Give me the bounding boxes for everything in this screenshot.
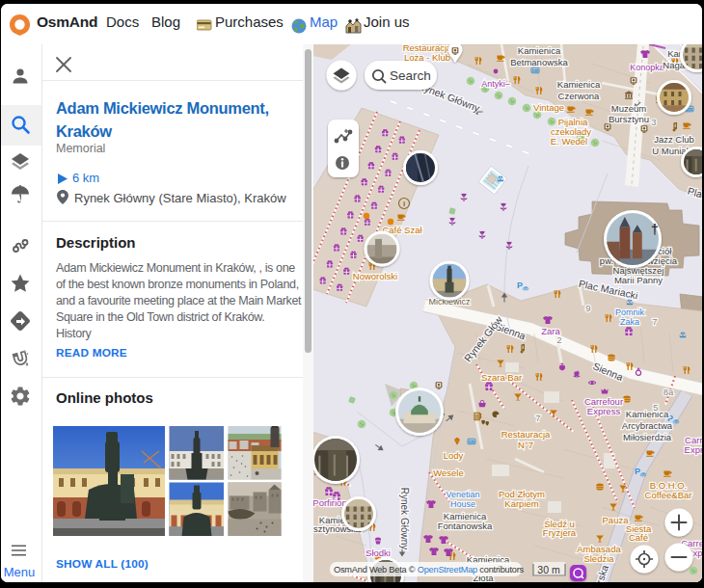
- svg-text:7: 7: [652, 316, 657, 327]
- svg-text:Venetian: Venetian: [446, 490, 479, 499]
- svg-text:†: †: [651, 222, 659, 237]
- svg-text:Muzeum: Muzeum: [611, 103, 647, 114]
- svg-text:House: House: [450, 499, 475, 509]
- svg-text:Kamienica: Kamienica: [626, 409, 669, 419]
- svg-text:Antyki–: Antyki–: [481, 79, 510, 89]
- svg-text:Arcybractwa: Arcybractwa: [622, 420, 673, 431]
- svg-text:30 m: 30 m: [537, 564, 560, 575]
- svg-text:Lody: Lody: [444, 450, 464, 461]
- svg-text:Konopka: Konopka: [630, 63, 664, 72]
- svg-text:Coffee&Bar: Coffee&Bar: [645, 490, 692, 500]
- svg-text:Żaka: Żaka: [620, 317, 639, 327]
- svg-text:7: 7: [535, 413, 540, 423]
- svg-text:Fryzjera: Fryzjera: [543, 527, 577, 538]
- svg-text:Marii Panny: Marii Panny: [614, 275, 663, 285]
- svg-text:Fontanowska: Fontanowska: [438, 521, 493, 531]
- svg-text:Wesele: Wesele: [433, 468, 464, 478]
- svg-text:2: 2: [556, 334, 561, 345]
- svg-text:3: 3: [651, 117, 656, 127]
- svg-text:Jazz Club: Jazz Club: [654, 134, 694, 145]
- svg-text:E. Wedel: E. Wedel: [551, 136, 587, 147]
- svg-text:Śledzia: Śledzia: [583, 553, 614, 564]
- svg-text:Pomnik: Pomnik: [615, 307, 645, 317]
- svg-text:Express: Express: [587, 406, 621, 416]
- svg-text:Vintage: Vintage: [533, 102, 564, 113]
- svg-text:Kamienica: Kamienica: [518, 45, 561, 56]
- svg-text:Expre: Expre: [685, 444, 702, 455]
- svg-text:Betmanowska: Betmanowska: [510, 57, 568, 67]
- svg-text:Czerwona: Czerwona: [558, 91, 600, 101]
- svg-text:OsmAnd Web Beta © OpenStreetMa: OsmAnd Web Beta © OpenStreetMap contribu…: [334, 565, 525, 575]
- svg-text:Rynek Główny: Rynek Główny: [399, 488, 410, 549]
- svg-text:Bursztynu: Bursztynu: [609, 114, 649, 124]
- svg-text:Karpiem: Karpiem: [504, 498, 538, 509]
- svg-text:Café: Café: [629, 532, 648, 543]
- svg-text:Restauracja: Restauracja: [501, 429, 551, 440]
- svg-text:Search: Search: [390, 68, 431, 83]
- svg-text:8a: 8a: [663, 387, 674, 397]
- svg-text:Porfirion: Porfirion: [312, 497, 346, 508]
- svg-text:Noworolski: Noworolski: [353, 271, 397, 281]
- svg-text:N°7: N°7: [518, 440, 533, 450]
- svg-text:Słodki: Słodki: [366, 548, 391, 558]
- svg-text:Miłosierdzia: Miłosierdzia: [623, 432, 672, 442]
- svg-text:Szara Bar: Szara Bar: [481, 372, 522, 383]
- svg-text:9: 9: [585, 303, 590, 313]
- svg-text:5: 5: [653, 402, 658, 413]
- svg-text:Kamienica: Kamienica: [557, 79, 601, 90]
- svg-text:i: i: [403, 200, 405, 208]
